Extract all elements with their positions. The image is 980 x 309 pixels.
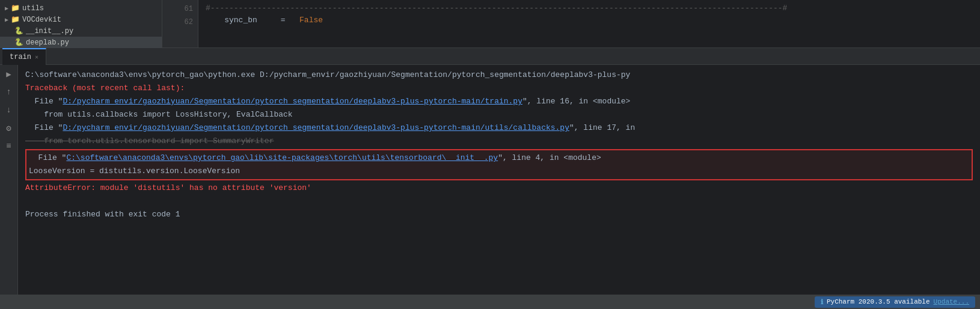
strikethrough-line: from torch.utils.tensorboard import Summ… (25, 135, 973, 148)
info-icon: ℹ (821, 298, 823, 306)
cmd-text: C:\software\anaconda3\envs\pytorch_gao\p… (25, 70, 630, 79)
tree-item-init[interactable]: 🐍 __init__.py (0, 25, 162, 37)
tree-label-init: __init__.py (26, 27, 73, 35)
sidebar-icon-scroll-up[interactable]: ↑ (2, 85, 16, 99)
tree-item-utils[interactable]: ▶ 📁 utils (0, 2, 162, 14)
code-eq: = (281, 16, 295, 25)
status-bar: ℹ PyCharm 2020.3.5 available Update... (0, 295, 980, 309)
file-ref-3-suffix: ", line 4, in <module> (498, 153, 601, 162)
traceback-text: Traceback (most recent call last): (25, 84, 185, 93)
tree-label-utils: utils (22, 4, 44, 13)
comment-text: #---------------------------------------… (206, 4, 787, 13)
traceback-header: Traceback (most recent call last): (25, 82, 973, 95)
tree-item-deeplab[interactable]: 🐍 deeplab.py (0, 37, 162, 48)
file-tree-area: ▶ 📁 utils ▶ 📁 VOCdevkit 🐍 __init__.py 🐍 … (0, 0, 980, 48)
strikethrough-text: from torch.utils.tensorboard import Summ… (25, 136, 274, 145)
attribute-error-text: AttributeError: module 'distutils' has n… (25, 183, 311, 192)
main-area: ▶ ↑ ↓ ⚙ ≡ C:\software\anaconda3\envs\pyt… (0, 65, 980, 295)
sidebar-icons: ▶ ↑ ↓ ⚙ ≡ (0, 65, 18, 295)
file-ref-2: File "D:/pycharm_envir/gaozhiyuan/Segmen… (25, 121, 973, 135)
code-line-2: sync_bn = False (206, 14, 973, 26)
line-numbers-panel: 61 62 (162, 0, 198, 47)
box-code-line: LooseVersion = distutils.version.LooseVe… (29, 165, 969, 178)
process-finish-text: Process finished with exit code 1 (25, 210, 180, 219)
folder-icon-utils: 📁 (11, 4, 20, 13)
tab-close-train[interactable]: ✕ (35, 54, 38, 61)
tree-label-deeplab: deeplab.py (26, 38, 69, 47)
sidebar-icon-filter[interactable]: ≡ (2, 139, 16, 153)
sidebar-icon-run[interactable]: ▶ (2, 67, 16, 81)
file-ref-1-suffix: ", line 16, in <module> (522, 97, 630, 106)
tree-label-vocdevkit: VOCdevkit (22, 16, 61, 24)
cmd-line: C:\software\anaconda3\envs\pytorch_gao\p… (25, 69, 973, 82)
file-ref-3-prefix: File " (29, 153, 66, 162)
from-text-1: from utils.callbacks import LossHistory,… (25, 110, 293, 119)
file-link-1[interactable]: D:/pycharm_envir/gaozhiyuan/Segmentation… (63, 97, 522, 106)
line-num-62: 62 (162, 16, 198, 29)
tab-bar: train ✕ (0, 48, 980, 65)
file-ref-1: File "D:/pycharm_envir/gaozhiyuan/Segmen… (25, 95, 973, 108)
file-ref-3: File "C:\software\anaconda3\envs\pytorch… (29, 151, 969, 165)
sidebar-icon-scroll-down[interactable]: ↓ (2, 103, 16, 117)
tab-label-train: train (10, 53, 31, 61)
empty-line (25, 195, 973, 208)
file-tree: ▶ 📁 utils ▶ 📁 VOCdevkit 🐍 __init__.py 🐍 … (0, 0, 162, 47)
process-finish-line: Process finished with exit code 1 (25, 208, 973, 221)
terminal-area: C:\software\anaconda3\envs\pytorch_gao\p… (18, 65, 980, 295)
tree-item-vocdevkit[interactable]: ▶ 📁 VOCdevkit (0, 14, 162, 25)
file-icon-init: 🐍 (14, 26, 23, 35)
file-ref-1-prefix: File " (25, 97, 63, 106)
attribute-error-line: AttributeError: module 'distutils' has n… (25, 182, 973, 195)
file-ref-2-prefix: File " (25, 123, 63, 132)
update-notification[interactable]: ℹ PyCharm 2020.3.5 available Update... (815, 296, 975, 308)
code-line-1: #---------------------------------------… (206, 2, 973, 14)
file-link-2[interactable]: D:/pycharm_envir/gaozhiyuan/Segmentation… (63, 123, 569, 132)
from-line-1: from utils.callbacks import LossHistory,… (25, 108, 973, 121)
error-highlight-box: File "C:\software\anaconda3\envs\pytorch… (25, 149, 973, 180)
code-false: False (299, 16, 323, 25)
box-code-text: LooseVersion = distutils.version.LooseVe… (29, 167, 240, 176)
update-link[interactable]: Update... (934, 298, 969, 305)
folder-icon-vocdevkit: 📁 (11, 15, 20, 24)
file-icon-deeplab: 🐍 (14, 38, 23, 47)
code-preview: #---------------------------------------… (198, 0, 980, 47)
notification-title: PyCharm 2020.3.5 available (827, 298, 930, 305)
file-link-3[interactable]: C:\software\anaconda3\envs\pytorch_gao\l… (66, 153, 498, 162)
tab-train[interactable]: train ✕ (2, 48, 46, 65)
line-num-61: 61 (162, 2, 198, 16)
expand-arrow-utils: ▶ (5, 5, 8, 12)
expand-arrow-vocdevkit: ▶ (5, 16, 8, 23)
code-sync: sync_bn (206, 16, 276, 25)
file-ref-2-suffix: ", line 17, in (569, 123, 635, 132)
sidebar-icon-settings[interactable]: ⚙ (2, 121, 16, 135)
